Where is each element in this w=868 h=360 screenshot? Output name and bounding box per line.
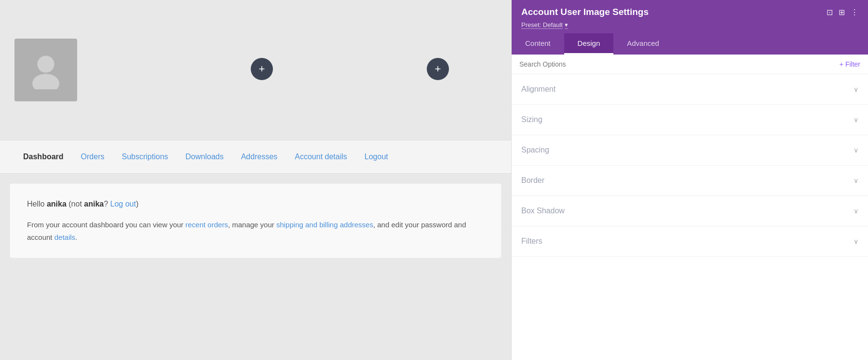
nav-item-dashboard[interactable]: Dashboard [14, 140, 72, 173]
option-filters[interactable]: Filters ∨ [512, 226, 868, 257]
panel-title: Account User Image Settings [521, 7, 649, 17]
columns-icon[interactable]: ⊞ [839, 8, 845, 17]
chevron-down-icon: ∨ [854, 177, 858, 184]
search-input[interactable] [519, 60, 840, 68]
nav-item-orders[interactable]: Orders [72, 140, 113, 173]
option-border-label: Border [521, 176, 544, 185]
chevron-down-icon: ∨ [854, 146, 858, 154]
option-alignment[interactable]: Alignment ∨ [512, 74, 868, 105]
nav-item-addresses[interactable]: Addresses [232, 140, 286, 173]
nav-item-logout[interactable]: Logout [356, 140, 397, 173]
dashboard-content: Hello anika (not anika? Log out) From yo… [10, 183, 502, 258]
chevron-down-icon: ∨ [854, 116, 858, 124]
option-box-shadow-label: Box Shadow [521, 207, 565, 215]
option-alignment-label: Alignment [521, 85, 556, 94]
add-button-2[interactable]: + [427, 58, 449, 80]
preset-row[interactable]: Preset: Default ▾ [521, 21, 858, 28]
nav-item-downloads[interactable]: Downloads [177, 140, 232, 173]
chevron-down-icon: ∨ [854, 237, 858, 245]
panel-tabs: Content Design Advanced [512, 33, 868, 55]
resize-icon[interactable]: ⊡ [827, 8, 833, 17]
tab-content[interactable]: Content [512, 33, 564, 55]
hero-area: + + [0, 0, 511, 140]
add-button-1[interactable]: + [251, 58, 273, 80]
option-spacing[interactable]: Spacing ∨ [512, 135, 868, 166]
avatar [14, 39, 77, 101]
hello-text: Hello anika (not anika? Log out) [27, 198, 484, 210]
filter-button[interactable]: + Filter [840, 60, 860, 68]
tab-advanced[interactable]: Advanced [613, 33, 673, 55]
account-details-link[interactable]: details [54, 233, 75, 241]
nav-item-subscriptions[interactable]: Subscriptions [113, 140, 176, 173]
option-box-shadow[interactable]: Box Shadow ∨ [512, 196, 868, 226]
tab-design[interactable]: Design [564, 33, 614, 55]
option-sizing[interactable]: Sizing ∨ [512, 105, 868, 135]
option-spacing-label: Spacing [521, 146, 549, 154]
hello-username-1: anika [47, 200, 67, 208]
panel-header: Account User Image Settings ⊡ ⊞ ⋮ Preset… [512, 0, 868, 33]
option-sizing-label: Sizing [521, 115, 542, 124]
panel-title-icons: ⊡ ⊞ ⋮ [827, 8, 858, 17]
right-panel: Account User Image Settings ⊡ ⊞ ⋮ Preset… [511, 0, 868, 360]
more-options-icon[interactable]: ⋮ [851, 8, 858, 17]
option-filters-label: Filters [521, 237, 542, 246]
description-text: From your account dashboard you can view… [27, 219, 484, 243]
nav-item-account-details[interactable]: Account details [286, 140, 356, 173]
chevron-down-icon: ∨ [854, 85, 858, 93]
panel-title-row: Account User Image Settings ⊡ ⊞ ⋮ [521, 7, 858, 17]
addresses-link[interactable]: shipping and billing addresses [276, 221, 373, 229]
svg-point-0 [37, 55, 54, 72]
logout-link[interactable]: Log out [110, 200, 136, 208]
hello-username-2: anika [84, 200, 104, 208]
svg-point-1 [32, 74, 59, 89]
recent-orders-link[interactable]: recent orders [186, 221, 228, 229]
chevron-down-icon: ∨ [854, 207, 858, 215]
main-content: + + Dashboard Orders Subscriptions Downl… [0, 0, 511, 360]
search-row: + Filter [512, 55, 868, 74]
option-border[interactable]: Border ∨ [512, 166, 868, 196]
options-list: Alignment ∨ Sizing ∨ Spacing ∨ Border ∨ … [512, 74, 868, 360]
nav-bar: Dashboard Orders Subscriptions Downloads… [0, 140, 511, 174]
